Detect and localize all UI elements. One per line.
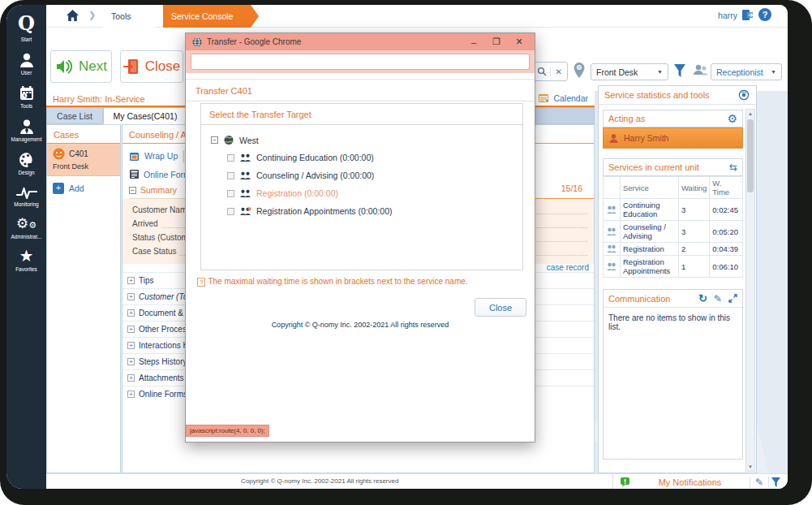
gear-icon[interactable]: ⚙︎ [727,112,737,125]
tree-item-continuing-education[interactable]: Continuing Education (0:00:00) [227,153,374,162]
calendar-link[interactable]: Calendar [538,93,588,104]
tab-my-cases[interactable]: My Cases(C401) [103,107,187,124]
sidebar-item-design[interactable]: Design [6,152,46,175]
case-record-link[interactable]: case record [547,263,589,272]
expand-icon[interactable] [728,294,737,303]
checkbox[interactable] [227,154,234,162]
service-people-icon [239,153,251,162]
next-button[interactable]: Next [50,50,112,83]
chevron-down-icon: ▼ [657,69,663,75]
logout-icon[interactable] [741,9,754,21]
speaker-icon [55,58,73,75]
stats-panel: Service statistics and tools Acting as ⚙… [598,85,757,473]
dialog-titlebar[interactable]: Transfer - Google Chrome – ❐ ✕ [186,33,535,50]
refresh-icon[interactable]: ↻ [698,292,707,304]
sidebar-item-administration[interactable]: ⚙︎⚙︎ Administrat... [6,217,46,240]
communication-title: Communication [608,294,670,304]
pulse-icon [6,185,46,200]
maximize-button[interactable]: ❐ [488,37,505,47]
service-people-icon [239,171,251,180]
expand-icon: + [127,358,135,365]
unit-select[interactable]: Front Desk▼ [591,63,668,80]
app-screen: ❯ Tools Service Console harry ? Q Start … [6,5,788,489]
eye-icon[interactable] [737,90,750,100]
expand-icon: + [127,309,135,317]
scroll-down-icon[interactable]: ▼ [746,464,754,469]
tree-item-registration-appointments[interactable]: Registration Appointments (0:00:00) [227,206,393,216]
role-people-icon [693,63,709,78]
sidebar-item-monitoring[interactable]: Monitoring [6,185,46,207]
add-case-button[interactable]: + Add [47,176,120,201]
field-label: Customer Name [132,205,191,214]
footer: Copyright © Q-nomy Inc. 2002-2021 All ri… [46,473,788,489]
stats-scrollbar[interactable]: ▲ ▼ [745,109,755,472]
close-case-button[interactable]: Close [120,50,183,83]
acting-as-user-row[interactable]: Harry Smith [603,127,743,149]
record-counter: 15/16 [561,183,582,193]
calendar-clock-icon [6,85,46,101]
service-people-icon [239,189,251,198]
expand-icon: + [127,374,135,382]
checkbox[interactable] [227,208,234,215]
sidebar-item-tools[interactable]: Tools [6,85,46,109]
role-select[interactable]: Receptionist▼ [711,63,782,80]
sidebar-item-start[interactable]: Q Start [6,5,46,42]
tab-case-list[interactable]: Case List [46,107,103,124]
collapse-icon: − [129,187,136,194]
filter-funnel-icon[interactable] [768,477,788,488]
breadcrumb-chevron-icon: ❯ [88,10,96,20]
topbar: ❯ Tools Service Console harry ? [46,5,788,28]
dialog-window-title: Transfer - Google Chrome [207,37,460,46]
my-notifications-label[interactable]: My Notifications [630,477,750,487]
swap-arrows-icon[interactable]: ⇆ [729,162,737,173]
door-exit-icon [123,58,140,75]
cases-panel-title: Cases [47,125,120,144]
dialog-copyright: Copyright © Q-nomy Inc. 2002-2021 All ri… [186,321,535,329]
expand-icon: + [127,293,135,300]
tree-item-registration[interactable]: Registration (0:00:00) [227,188,338,198]
tree-item-counseling-advising[interactable]: Counseling / Advising (0:00:00) [227,170,374,180]
transfer-dialog: Transfer - Google Chrome – ❐ ✕ Transfer … [185,32,535,442]
filter-funnel-icon[interactable] [673,63,686,78]
sidebar-item-management[interactable]: Management [6,119,46,142]
sidebar-item-user[interactable]: User [6,52,46,76]
address-input[interactable] [191,54,530,70]
star-icon: ★ [19,247,34,265]
acting-as-title: Acting as [608,114,645,123]
table-row[interactable]: Continuing Education30:02:45 [604,199,743,221]
agent-status-label: Harry Smith: In-Service [53,94,145,104]
location-pin-icon [573,62,586,80]
dialog-close-button[interactable]: Close [475,298,526,317]
table-row[interactable]: Registration Appointments10:06:10 [604,256,743,278]
tab-strip-right [535,107,595,124]
help-icon[interactable]: ? [758,8,771,21]
transfer-target-title: Select the Transfer Target [201,104,522,125]
checkbox[interactable] [227,172,234,179]
smiley-icon [53,148,65,160]
clear-search-icon[interactable]: ✕ [550,67,567,76]
table-row[interactable]: Registration20:04:39 [604,243,743,256]
breadcrumb-service-console[interactable]: Service Console [163,5,259,28]
tree-node-west[interactable]: − West [211,135,259,145]
scroll-up-icon[interactable]: ▲ [746,111,754,116]
dialog-address-bar [186,50,535,73]
pencil-icon[interactable]: ✎ [714,293,722,304]
minimize-button[interactable]: – [465,37,483,47]
cases-panel: Cases C401 Front Desk + Add [46,124,121,473]
close-window-button[interactable]: ✕ [510,37,528,47]
palette-icon [6,152,46,168]
breadcrumb-tools[interactable]: Tools [103,5,163,28]
form-icon [129,169,140,179]
checkbox[interactable] [227,190,234,197]
q-logo-icon: Q [18,11,35,35]
sidebar-item-favorites[interactable]: ★ Favorites [6,248,46,272]
device-frame: ❯ Tools Service Console harry ? Q Start … [0,0,812,505]
collapse-icon[interactable]: − [211,136,218,144]
user-icon [608,133,619,144]
pencil-icon[interactable]: ✎ [750,477,768,488]
expand-icon: + [127,326,135,333]
case-item-selected[interactable]: C401 Front Desk [47,144,120,176]
field-label: Arrived [132,219,158,228]
table-row[interactable]: Counseling / Advising30:05:20 [604,221,743,243]
home-icon[interactable] [66,9,79,22]
